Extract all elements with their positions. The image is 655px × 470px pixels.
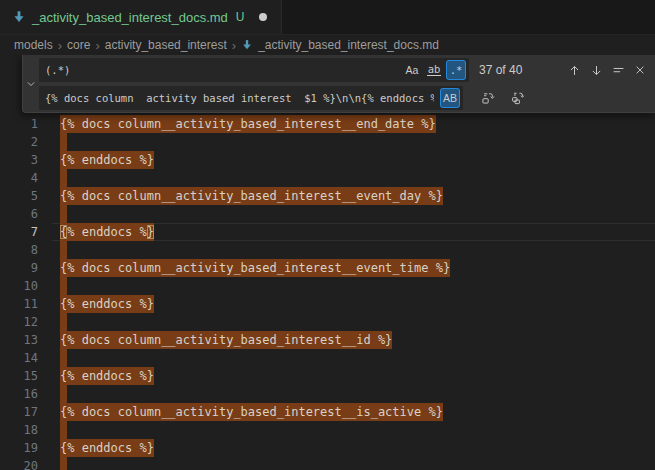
line-content: {% docs column__activity_based_interest_…: [52, 403, 655, 421]
editor-line[interactable]: 12: [0, 313, 655, 331]
line-content: {% enddocs %}: [52, 223, 655, 241]
line-content: {% docs column__activity_based_interest_…: [52, 259, 655, 277]
editor-line[interactable]: 14: [0, 349, 655, 367]
replace-input[interactable]: [39, 92, 440, 104]
editor-line[interactable]: 5{% docs column__activity_based_interest…: [0, 187, 655, 205]
editor-line[interactable]: 15{% enddocs %}: [0, 367, 655, 385]
line-number: 12: [0, 313, 52, 331]
line-number: 17: [0, 403, 52, 421]
empty-line-match-highlight: [60, 241, 67, 259]
line-content: {% enddocs %}: [52, 295, 655, 313]
editor-line[interactable]: 9{% docs column__activity_based_interest…: [0, 259, 655, 277]
line-number: 19: [0, 439, 52, 457]
breadcrumb-item-models[interactable]: models: [14, 38, 53, 52]
replace-all-button[interactable]: [507, 87, 529, 109]
line-number: 1: [0, 115, 52, 133]
empty-line-match-highlight: [60, 205, 67, 223]
previous-match-button[interactable]: [563, 59, 585, 81]
line-number: 7: [0, 223, 52, 241]
find-match-highlight: {% docs column__activity_based_interest_…: [60, 331, 392, 349]
replace-all-icon: [511, 91, 525, 105]
selection-icon: [612, 64, 625, 77]
line-number: 5: [0, 187, 52, 205]
empty-line-match-highlight: [60, 457, 67, 470]
breadcrumb-separator: ›: [95, 38, 99, 52]
line-content: [52, 133, 655, 151]
editor-line[interactable]: 19{% enddocs %}: [0, 439, 655, 457]
preserve-case-toggle[interactable]: AB: [440, 88, 460, 108]
find-in-selection-button[interactable]: [607, 59, 629, 81]
line-number: 4: [0, 169, 52, 187]
regex-toggle[interactable]: .*: [446, 60, 466, 80]
editor-line[interactable]: 8: [0, 241, 655, 259]
line-content: [52, 241, 655, 259]
line-content: {% enddocs %}: [52, 367, 655, 385]
editor-line[interactable]: 4: [0, 169, 655, 187]
editor-tab[interactable]: _activity_based_interest_docs.md U: [0, 0, 282, 34]
editor-line[interactable]: 2: [0, 133, 655, 151]
line-number: 15: [0, 367, 52, 385]
line-content: [52, 169, 655, 187]
editor-line[interactable]: 18: [0, 421, 655, 439]
editor-line[interactable]: 7{% enddocs %}: [0, 223, 655, 241]
editor-line[interactable]: 3{% enddocs %}: [0, 151, 655, 169]
line-content: [52, 457, 655, 470]
line-number: 11: [0, 295, 52, 313]
toggle-replace-button[interactable]: [23, 55, 39, 112]
replace-row: AB: [39, 86, 651, 110]
empty-line-match-highlight: [60, 133, 67, 151]
line-content: [52, 205, 655, 223]
find-match-highlight: {% enddocs %}: [60, 439, 154, 457]
unsaved-changes-indicator[interactable]: [259, 13, 267, 21]
line-number: 14: [0, 349, 52, 367]
replace-icon: [481, 91, 495, 105]
editor-line[interactable]: 17{% docs column__activity_based_interes…: [0, 403, 655, 421]
line-content: {% enddocs %}: [52, 151, 655, 169]
editor-line[interactable]: 16: [0, 385, 655, 403]
editor-line[interactable]: 6: [0, 205, 655, 223]
breadcrumb-item-core[interactable]: core: [67, 38, 90, 52]
empty-line-match-highlight: [60, 349, 67, 367]
line-number: 2: [0, 133, 52, 151]
breadcrumb: models › core › activity_based_interest …: [0, 35, 655, 55]
line-number: 16: [0, 385, 52, 403]
close-icon: [634, 64, 646, 76]
find-match-highlight: {% docs column__activity_based_interest_…: [60, 259, 450, 277]
replace-input-wrap: AB: [39, 86, 463, 110]
line-number: 8: [0, 241, 52, 259]
find-input[interactable]: [39, 64, 402, 76]
editor[interactable]: Aa ab .* 37 of 40: [0, 55, 655, 470]
editor-line[interactable]: 10: [0, 277, 655, 295]
whole-word-toggle[interactable]: ab: [424, 60, 444, 80]
line-number: 9: [0, 259, 52, 277]
markdown-file-icon: [241, 39, 253, 51]
close-find-button[interactable]: [629, 59, 651, 81]
editor-line[interactable]: 1{% docs column__activity_based_interest…: [0, 115, 655, 133]
find-match-highlight: {% enddocs %}: [60, 151, 154, 169]
find-input-wrap: Aa ab .*: [39, 58, 469, 82]
breadcrumb-separator: ›: [58, 38, 62, 52]
breadcrumb-item-folder[interactable]: activity_based_interest: [105, 38, 227, 52]
match-case-toggle[interactable]: Aa: [402, 60, 422, 80]
bracket-match: {: [60, 225, 67, 239]
line-content: [52, 313, 655, 331]
editor-line[interactable]: 11{% enddocs %}: [0, 295, 655, 313]
line-content: {% docs column__activity_based_interest_…: [52, 331, 655, 349]
find-match-highlight: {% enddocs %}: [60, 223, 154, 241]
line-content: {% docs column__activity_based_interest_…: [52, 115, 655, 133]
code-lines: 1{% docs column__activity_based_interest…: [0, 115, 655, 470]
find-match-highlight: {% docs column__activity_based_interest_…: [60, 187, 443, 205]
bracket-match: }: [147, 225, 154, 239]
line-content: [52, 385, 655, 403]
line-number: 20: [0, 457, 52, 470]
find-match-highlight: {% docs column__activity_based_interest_…: [60, 403, 443, 421]
replace-button[interactable]: [477, 87, 499, 109]
empty-line-match-highlight: [60, 385, 67, 403]
breadcrumb-item-file[interactable]: _activity_based_interest_docs.md: [258, 38, 439, 52]
arrow-down-icon: [590, 64, 603, 77]
editor-line[interactable]: 20: [0, 457, 655, 470]
editor-line[interactable]: 13{% docs column__activity_based_interes…: [0, 331, 655, 349]
tab-bar: _activity_based_interest_docs.md U: [0, 0, 655, 35]
next-match-button[interactable]: [585, 59, 607, 81]
find-match-highlight: {% enddocs %}: [60, 367, 154, 385]
